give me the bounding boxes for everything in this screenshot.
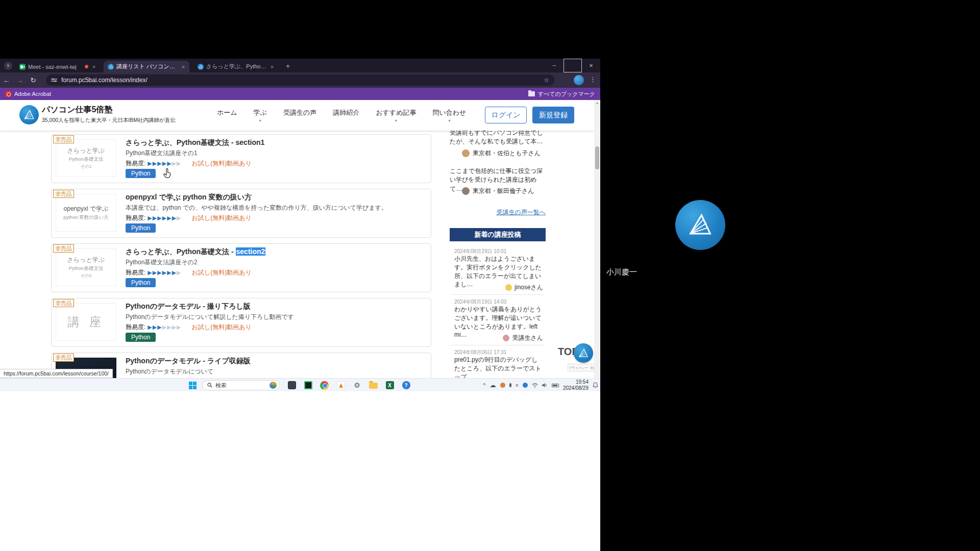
bookmark-star-icon[interactable]: ☆ [544,77,549,84]
course-thumbnail[interactable]: 講 座 [56,303,116,341]
site-logo[interactable] [19,105,39,124]
battery-icon[interactable] [552,384,559,387]
course-card[interactable]: openpyxl で学ぶpython 変数の扱い方 非売品 openpyxl で… [51,189,431,238]
file-explorer-icon[interactable] [369,381,378,390]
web-page: パソコン仕事5倍塾 35,000人を指導した東大卒・元日本IBM社内講師が直伝 … [0,100,600,378]
nav-item-learn[interactable]: 学ぶ▼ [254,108,267,123]
taskbar-clock[interactable]: 19:54 2024/08/29 [563,379,589,392]
bookmarks-bar: Adobe Acrobat すべてのブックマーク [0,88,600,100]
maximize-button[interactable] [564,59,582,72]
onedrive-cloud-icon[interactable]: ☁ [490,382,496,389]
difficulty-empty-icons: ▶ [177,269,181,276]
chrome-icon[interactable] [320,381,329,390]
tab-close-button[interactable]: × [269,64,275,70]
site-favicon [108,64,114,70]
nav-item-home[interactable]: ホーム [217,108,237,123]
meeting-background [0,391,600,551]
wifi-icon[interactable] [532,383,538,388]
window-controls: ─ × [545,59,600,72]
scroll-up-arrow[interactable]: ▲ [594,101,600,105]
course-subtitle: Python基礎文法講座その2 [126,258,198,267]
post-date: 2024年08月29日 10:01 [454,248,506,255]
browser-tab-lesson-list[interactable]: 講座リスト パソコン仕事５倍塾ポ × [104,61,189,72]
course-thumbnail[interactable]: さらっと学ぶPython基礎文法その2 [56,248,116,286]
course-card[interactable]: さらっと学ぶPython基礎文法その2 非売品 さらっと学ぶ、Python基礎文… [51,243,431,292]
scrollbar-thumb[interactable] [595,146,599,169]
browser-tab-meet[interactable]: Meet - saz-enwt-iwj × [15,61,100,72]
teams-icon[interactable] [523,383,528,388]
url-text[interactable]: forum.pc5bai.com/lesson/index/ [61,77,540,84]
python-tag[interactable]: Python [126,223,156,233]
nav-item-instructors[interactable]: 講師紹介 [333,108,359,123]
floating-site-logo[interactable] [574,343,593,363]
post-text[interactable]: pre01.pyの9行目のデバッグしたところ、以下のエラーでストップ [454,356,543,378]
course-title[interactable]: さらっと学ぶ、Python基礎文法 - section1 [126,138,264,147]
all-bookmarks-button[interactable]: すべてのブックマーク [528,90,595,98]
python-tag[interactable]: Python [126,169,156,178]
browser-toolbar: ← → ↻ forum.pc5bai.com/lesson/index/ ☆ ⋮ [0,72,600,88]
taskbar-search[interactable]: 検索 [202,380,280,390]
course-thumbnail[interactable]: openpyxl で学ぶpython 変数の扱い方 [56,194,116,232]
python-tag[interactable]: Python [126,333,156,342]
course-card[interactable]: さらっと学ぶPython基礎文法その1 非売品 さらっと学ぶ、Python基礎文… [51,134,431,183]
python-tag[interactable]: Python [126,278,156,287]
people-icon[interactable] [500,383,505,388]
trial-video-label: お試し(無料)動画あり [192,323,252,332]
settings-gear-icon[interactable]: ⚙ [352,381,362,390]
new-tab-button[interactable]: + [284,62,292,70]
course-title[interactable]: Pythonのデータモデル - ライブ収録版 [126,357,251,366]
site-info-icon[interactable] [51,78,57,83]
chevron-down-icon: ▼ [394,119,398,123]
course-card[interactable]: 講 座 非売品 Pythonのデータモデル - 撮り下ろし版 Pythonのデー… [51,298,431,347]
tab-title: 講座リスト パソコン仕事５倍塾ポ [116,63,178,70]
excel-icon[interactable]: X [385,381,395,390]
testimonials-list-link[interactable]: 受講生の声一覧へ [450,208,546,217]
course-subtitle: Pythonのデータモデルについて [126,367,213,376]
bookmark-adobe-acrobat[interactable]: Adobe Acrobat [5,91,51,97]
course-thumbnail[interactable]: さらっと学ぶPython基礎文法その1 [56,139,116,177]
address-bar[interactable]: forum.pc5bai.com/lesson/index/ ☆ [46,74,554,86]
start-button[interactable] [189,382,197,389]
profile-avatar[interactable] [574,75,584,85]
reload-button[interactable]: ↻ [27,76,40,84]
volume-icon[interactable] [542,383,548,388]
tab-search-button[interactable]: ∨ [4,62,12,70]
close-button[interactable]: × [582,59,600,72]
tab-close-button[interactable]: × [180,64,186,70]
nav-item-contact[interactable]: 問い合わせ▼ [432,108,466,123]
chevron-down-icon: ▼ [258,119,262,123]
notification-bell-icon[interactable] [593,382,598,388]
avatar [462,149,470,157]
register-button[interactable]: 新規登録 [532,107,574,123]
brand-title[interactable]: パソコン仕事5倍塾 [42,105,112,115]
vlc-icon[interactable] [336,381,346,390]
page-scrollbar[interactable]: ▲ [594,100,600,378]
tray-chevron-icon[interactable]: ^ [483,382,485,388]
search-highlight-icon[interactable] [270,382,277,389]
course-title[interactable]: Pythonのデータモデル - 撮り下ろし版 [126,302,251,311]
pycharm-icon[interactable] [303,381,313,390]
browser-tab-course[interactable]: さらっと学ぶ、Python基礎文法 - × [193,61,278,72]
course-title[interactable]: openpyxl で学ぶ python 変数の扱い方 [126,193,252,202]
back-button[interactable]: ← [0,76,13,84]
bookmark-label: Adobe Acrobat [14,91,51,97]
not-for-sale-badge: 非売品 [53,244,74,253]
minimize-button[interactable]: ─ [545,59,564,72]
acrobat-icon [5,91,11,97]
course-title[interactable]: さらっと学ぶ、Python基礎文法 - section2 [126,247,265,257]
trial-video-label: お試し(無料)動画あり [192,159,252,168]
cast-close-icon[interactable]: × [516,382,519,388]
browser-menu-icon[interactable]: ⋮ [590,76,596,83]
app-window-icon[interactable] [287,381,297,390]
help-icon[interactable]: ? [401,381,411,390]
tab-close-button[interactable]: × [91,64,97,70]
pyramid-logo-icon [109,64,113,69]
nav-item-voices[interactable]: 受講生の声 [283,108,316,123]
course-subtitle: Pythonのデータモデルについて解説した撮り下ろし動画です [126,313,294,321]
forward-button[interactable]: → [13,76,27,84]
login-button[interactable]: ログイン [485,107,527,123]
microphone-icon[interactable] [509,383,511,387]
divider [451,294,544,295]
participant-panel: 小川慶一 [600,0,980,551]
nav-item-articles[interactable]: おすすめ記事▼ [376,108,416,123]
